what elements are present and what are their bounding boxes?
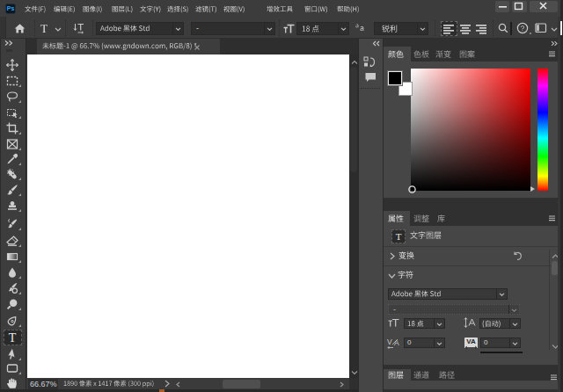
svg-text:T: T	[9, 331, 17, 344]
svg-text:A: A	[394, 338, 399, 347]
svg-text:V: V	[387, 338, 392, 346]
